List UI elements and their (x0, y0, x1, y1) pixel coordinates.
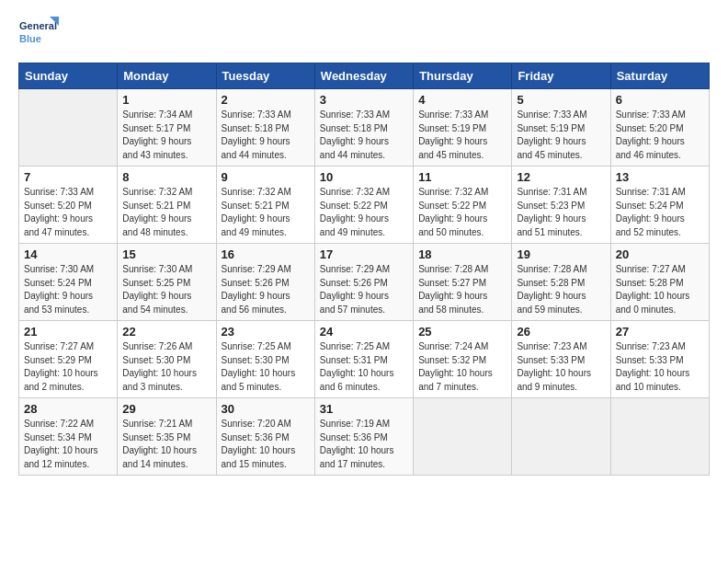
day-number: 28 (24, 402, 112, 416)
calendar-table: SundayMondayTuesdayWednesdayThursdayFrid… (18, 63, 710, 476)
calendar-cell: 11Sunrise: 7:32 AM Sunset: 5:22 PM Dayli… (414, 167, 512, 244)
header: General Blue (18, 15, 710, 55)
cell-detail: Sunrise: 7:28 AM Sunset: 5:28 PM Dayligh… (517, 263, 605, 316)
calendar-cell: 23Sunrise: 7:25 AM Sunset: 5:30 PM Dayli… (216, 321, 314, 398)
day-number: 6 (616, 93, 704, 107)
logo-svg: General Blue (18, 15, 59, 55)
calendar-cell (414, 398, 512, 476)
calendar-cell: 21Sunrise: 7:27 AM Sunset: 5:29 PM Dayli… (19, 321, 118, 398)
calendar-cell: 31Sunrise: 7:19 AM Sunset: 5:36 PM Dayli… (314, 398, 413, 476)
calendar-cell (610, 398, 709, 476)
cell-detail: Sunrise: 7:32 AM Sunset: 5:22 PM Dayligh… (418, 186, 506, 239)
day-number: 23 (222, 325, 310, 339)
svg-text:Blue: Blue (19, 33, 41, 44)
calendar-cell: 25Sunrise: 7:24 AM Sunset: 5:32 PM Dayli… (414, 321, 512, 398)
cell-detail: Sunrise: 7:29 AM Sunset: 5:26 PM Dayligh… (320, 263, 408, 316)
calendar-cell: 22Sunrise: 7:26 AM Sunset: 5:30 PM Dayli… (118, 321, 216, 398)
day-number: 2 (222, 93, 310, 107)
cell-detail: Sunrise: 7:33 AM Sunset: 5:19 PM Dayligh… (517, 109, 605, 162)
day-number: 25 (418, 325, 506, 339)
day-number: 5 (517, 93, 605, 107)
cell-detail: Sunrise: 7:26 AM Sunset: 5:30 PM Dayligh… (122, 340, 210, 394)
cell-detail: Sunrise: 7:33 AM Sunset: 5:19 PM Dayligh… (418, 109, 506, 162)
cell-detail: Sunrise: 7:31 AM Sunset: 5:24 PM Dayligh… (616, 186, 704, 239)
cell-detail: Sunrise: 7:28 AM Sunset: 5:27 PM Dayligh… (418, 263, 506, 316)
cell-detail: Sunrise: 7:30 AM Sunset: 5:25 PM Dayligh… (122, 263, 210, 316)
day-number: 1 (122, 93, 210, 107)
calendar-cell: 13Sunrise: 7:31 AM Sunset: 5:24 PM Dayli… (610, 167, 709, 244)
day-number: 20 (616, 247, 704, 261)
day-number: 19 (517, 247, 605, 261)
calendar-cell: 26Sunrise: 7:23 AM Sunset: 5:33 PM Dayli… (512, 321, 610, 398)
cell-detail: Sunrise: 7:32 AM Sunset: 5:21 PM Dayligh… (122, 186, 210, 239)
day-number: 12 (517, 170, 605, 184)
day-number: 11 (418, 170, 506, 184)
calendar-cell: 28Sunrise: 7:22 AM Sunset: 5:34 PM Dayli… (19, 398, 118, 476)
cell-detail: Sunrise: 7:27 AM Sunset: 5:29 PM Dayligh… (24, 340, 112, 394)
day-number: 26 (517, 325, 605, 339)
calendar-cell: 29Sunrise: 7:21 AM Sunset: 5:35 PM Dayli… (118, 398, 216, 476)
day-number: 27 (616, 325, 704, 339)
day-number: 22 (122, 325, 210, 339)
cell-detail: Sunrise: 7:23 AM Sunset: 5:33 PM Dayligh… (616, 340, 704, 394)
cell-detail: Sunrise: 7:21 AM Sunset: 5:35 PM Dayligh… (122, 418, 210, 471)
cell-detail: Sunrise: 7:25 AM Sunset: 5:31 PM Dayligh… (320, 340, 408, 394)
calendar-cell: 15Sunrise: 7:30 AM Sunset: 5:25 PM Dayli… (118, 244, 216, 321)
weekday-header: Monday (118, 63, 216, 89)
weekday-header: Tuesday (216, 63, 314, 89)
cell-detail: Sunrise: 7:30 AM Sunset: 5:24 PM Dayligh… (24, 263, 112, 316)
calendar-cell: 12Sunrise: 7:31 AM Sunset: 5:23 PM Dayli… (512, 167, 610, 244)
weekday-header: Thursday (414, 63, 512, 89)
day-number: 16 (222, 247, 310, 261)
calendar-cell: 14Sunrise: 7:30 AM Sunset: 5:24 PM Dayli… (19, 244, 118, 321)
day-number: 30 (222, 402, 310, 416)
calendar-cell (512, 398, 610, 476)
day-number: 8 (122, 170, 210, 184)
cell-detail: Sunrise: 7:20 AM Sunset: 5:36 PM Dayligh… (222, 418, 310, 471)
calendar-cell: 6Sunrise: 7:33 AM Sunset: 5:20 PM Daylig… (610, 89, 709, 167)
cell-detail: Sunrise: 7:29 AM Sunset: 5:26 PM Dayligh… (222, 263, 310, 316)
cell-detail: Sunrise: 7:32 AM Sunset: 5:22 PM Dayligh… (320, 186, 408, 239)
calendar-header: SundayMondayTuesdayWednesdayThursdayFrid… (19, 63, 710, 89)
cell-detail: Sunrise: 7:19 AM Sunset: 5:36 PM Dayligh… (320, 418, 408, 471)
calendar-cell: 18Sunrise: 7:28 AM Sunset: 5:27 PM Dayli… (414, 244, 512, 321)
cell-detail: Sunrise: 7:23 AM Sunset: 5:33 PM Dayligh… (517, 340, 605, 394)
day-number: 13 (616, 170, 704, 184)
calendar-cell: 4Sunrise: 7:33 AM Sunset: 5:19 PM Daylig… (414, 89, 512, 167)
calendar-cell: 17Sunrise: 7:29 AM Sunset: 5:26 PM Dayli… (314, 244, 413, 321)
day-number: 29 (122, 402, 210, 416)
cell-detail: Sunrise: 7:24 AM Sunset: 5:32 PM Dayligh… (418, 340, 506, 394)
weekday-header: Saturday (610, 63, 709, 89)
day-number: 14 (24, 247, 112, 261)
calendar-cell: 10Sunrise: 7:32 AM Sunset: 5:22 PM Dayli… (314, 167, 413, 244)
calendar-cell: 16Sunrise: 7:29 AM Sunset: 5:26 PM Dayli… (216, 244, 314, 321)
cell-detail: Sunrise: 7:33 AM Sunset: 5:20 PM Dayligh… (24, 186, 112, 239)
calendar-cell: 20Sunrise: 7:27 AM Sunset: 5:28 PM Dayli… (610, 244, 709, 321)
cell-detail: Sunrise: 7:31 AM Sunset: 5:23 PM Dayligh… (517, 186, 605, 239)
calendar-cell: 27Sunrise: 7:23 AM Sunset: 5:33 PM Dayli… (610, 321, 709, 398)
weekday-header: Sunday (19, 63, 118, 89)
cell-detail: Sunrise: 7:32 AM Sunset: 5:21 PM Dayligh… (222, 186, 310, 239)
day-number: 10 (320, 170, 408, 184)
calendar-cell: 1Sunrise: 7:34 AM Sunset: 5:17 PM Daylig… (118, 89, 216, 167)
day-number: 18 (418, 247, 506, 261)
calendar-cell: 7Sunrise: 7:33 AM Sunset: 5:20 PM Daylig… (19, 167, 118, 244)
calendar-cell: 5Sunrise: 7:33 AM Sunset: 5:19 PM Daylig… (512, 89, 610, 167)
day-number: 3 (320, 93, 408, 107)
calendar-cell: 30Sunrise: 7:20 AM Sunset: 5:36 PM Dayli… (216, 398, 314, 476)
cell-detail: Sunrise: 7:33 AM Sunset: 5:18 PM Dayligh… (222, 109, 310, 162)
day-number: 7 (24, 170, 112, 184)
day-number: 31 (320, 402, 408, 416)
cell-detail: Sunrise: 7:33 AM Sunset: 5:20 PM Dayligh… (616, 109, 704, 162)
day-number: 15 (122, 247, 210, 261)
logo: General Blue (18, 15, 59, 55)
svg-text:General: General (19, 20, 57, 31)
calendar-cell: 19Sunrise: 7:28 AM Sunset: 5:28 PM Dayli… (512, 244, 610, 321)
calendar-cell: 2Sunrise: 7:33 AM Sunset: 5:18 PM Daylig… (216, 89, 314, 167)
cell-detail: Sunrise: 7:25 AM Sunset: 5:30 PM Dayligh… (222, 340, 310, 394)
calendar-cell (19, 89, 118, 167)
calendar-cell: 3Sunrise: 7:33 AM Sunset: 5:18 PM Daylig… (314, 89, 413, 167)
day-number: 24 (320, 325, 408, 339)
day-number: 9 (222, 170, 310, 184)
calendar-cell: 8Sunrise: 7:32 AM Sunset: 5:21 PM Daylig… (118, 167, 216, 244)
